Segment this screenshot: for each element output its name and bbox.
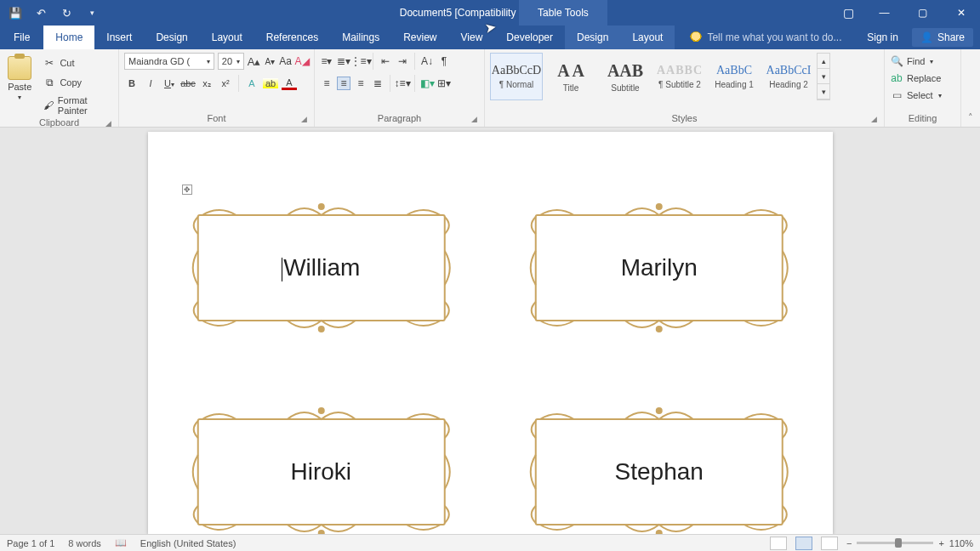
highlight-icon[interactable]: ab [263,78,278,88]
replace-button[interactable]: abReplace [890,70,955,87]
strike-button[interactable]: abc [180,78,196,88]
tab-home[interactable]: Home [43,26,94,49]
status-words[interactable]: 8 words [68,538,101,548]
paste-label: Paste [8,82,31,92]
group-styles: AaBbCcD¶ NormalA ATitleAABSubtitleAABBC¶… [485,49,885,127]
align-center-icon[interactable]: ≡ [337,77,350,90]
proofing-icon[interactable]: 📖 [115,537,127,548]
tab-table-design[interactable]: Design [565,26,620,49]
brush-icon: 🖌 [43,99,54,112]
undo-icon[interactable]: ↶ [34,6,48,20]
tab-view[interactable]: View [449,26,495,49]
dialog-launcher-icon[interactable]: ◢ [301,115,307,123]
maximize-button[interactable]: ▢ [903,0,942,26]
tell-me[interactable]: Tell me what you want to do... [675,26,858,49]
grow-font-icon[interactable]: A▴ [248,54,261,68]
underline-button[interactable]: U▾ [162,78,177,88]
select-icon: ▭ [890,88,903,102]
ribbon-options-icon[interactable]: ▢ [831,0,865,26]
status-page[interactable]: Page 1 of 1 [7,538,54,548]
style-heading-1[interactable]: AaBbCHeading 1 [708,53,761,100]
style-title[interactable]: A ATitle [544,53,597,100]
status-language[interactable]: English (United States) [140,538,236,548]
tab-review[interactable]: Review [391,26,448,49]
table-anchor-icon[interactable]: ✥ [182,185,192,195]
shrink-font-icon[interactable]: A▾ [264,54,276,68]
borders-icon[interactable]: ⊞▾ [437,77,451,90]
quick-access-toolbar: 💾 ↶ ↻ ▾ [0,6,99,20]
change-case-icon[interactable]: Aa [279,54,292,68]
show-marks-icon[interactable]: ¶ [437,54,451,68]
text-effects-icon[interactable]: A [244,78,259,88]
paste-button[interactable]: Paste ▾ [5,53,34,101]
clear-format-icon[interactable]: A◢ [295,54,309,68]
collapse-ribbon-icon[interactable]: ˄ [961,49,980,127]
sign-in-link[interactable]: Sign in [858,31,907,43]
dialog-launcher-icon[interactable]: ◢ [105,119,111,128]
subscript-button[interactable]: x₂ [199,78,214,89]
redo-icon[interactable]: ↻ [60,6,73,20]
multilevel-icon[interactable]: ⋮≡▾ [354,54,368,68]
cut-button[interactable]: ✂Cut [39,54,113,71]
style-heading-2[interactable]: AaBbCcIHeading 2 [762,53,815,100]
tab-insert[interactable]: Insert [94,26,144,49]
line-spacing-icon[interactable]: ↕≡▾ [396,77,409,90]
zoom-slider[interactable] [857,542,933,544]
font-color-icon[interactable]: A [282,77,297,90]
bullets-icon[interactable]: ≡▾ [320,54,333,68]
style-subtitle[interactable]: AABSubtitle [599,53,652,100]
sort-icon[interactable]: A↓ [420,54,434,68]
italic-button[interactable]: I [143,78,158,88]
page: ✥ William Marilyn Hiroki [148,132,833,534]
align-left-icon[interactable]: ≡ [320,77,333,90]
align-right-icon[interactable]: ≡ [354,77,368,90]
dialog-launcher-icon[interactable]: ◢ [471,115,477,123]
bold-button[interactable]: B [124,78,140,88]
style---normal[interactable]: AaBbCcD¶ Normal [490,53,543,100]
qat-more-icon[interactable]: ▾ [85,6,99,20]
tab-file[interactable]: File [0,26,43,49]
tab-design[interactable]: Design [144,26,199,49]
read-mode-button[interactable] [770,537,787,550]
numbering-icon[interactable]: ≣▾ [337,54,350,68]
place-card[interactable]: William [182,200,461,336]
justify-icon[interactable]: ≣ [371,77,385,90]
increase-indent-icon[interactable]: ⇥ [396,54,409,68]
style---subtitle-2[interactable]: AABBC¶ Subtitle 2 [653,53,706,100]
tab-table-layout[interactable]: Layout [620,26,675,49]
print-layout-button[interactable] [795,537,812,550]
svg-point-2 [318,327,323,332]
superscript-button[interactable]: x² [218,78,233,88]
web-layout-button[interactable] [821,537,838,550]
tab-layout[interactable]: Layout [200,26,254,49]
svg-point-10 [657,408,662,413]
share-label: Share [937,31,965,43]
find-button[interactable]: 🔍Find▾ [890,53,955,70]
shading-icon[interactable]: ◧▾ [420,77,434,90]
tab-developer[interactable]: Developer [494,26,565,49]
decrease-indent-icon[interactable]: ⇤ [379,54,392,68]
dialog-launcher-icon[interactable]: ◢ [871,115,877,123]
zoom-level[interactable]: 110% [949,538,973,548]
place-card[interactable]: Marilyn [520,200,799,336]
replace-icon: ab [890,71,903,85]
document-area[interactable]: ✥ William Marilyn Hiroki [0,128,980,534]
zoom-in-button[interactable]: + [938,538,943,548]
tab-mailings[interactable]: Mailings [330,26,391,49]
zoom-out-button[interactable]: − [846,538,852,548]
share-button[interactable]: 👤 Share [912,28,973,47]
minimize-button[interactable]: — [865,0,903,26]
font-name-combo[interactable]: Maiandra GD (▾ [124,53,214,70]
font-size-combo[interactable]: 20▾ [218,53,244,70]
styles-more[interactable]: ▴▾▾ [817,53,830,100]
svg-point-1 [318,204,323,209]
select-button[interactable]: ▭Select▾ [890,87,955,104]
close-button[interactable]: ✕ [942,0,980,26]
save-icon[interactable]: 💾 [9,6,22,20]
tab-references[interactable]: References [254,26,330,49]
context-tools-label: Table Tools [519,0,607,26]
place-card[interactable]: Hiroki [182,404,461,534]
place-card[interactable]: Stephan [520,404,799,534]
copy-button[interactable]: ⧉Copy [39,74,113,91]
format-painter-button[interactable]: 🖌Format Painter [39,94,113,117]
